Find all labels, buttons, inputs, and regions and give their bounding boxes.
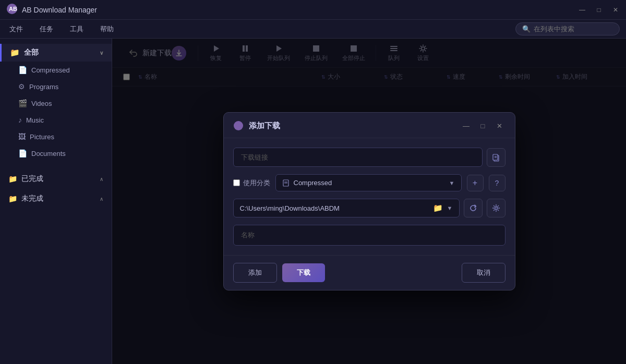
sidebar-item-documents[interactable]: 📄 Documents bbox=[0, 145, 112, 162]
sidebar-item-label-programs: Programs bbox=[29, 83, 58, 91]
dialog-footer: 添加 下载 取消 bbox=[224, 255, 515, 290]
refresh-button[interactable] bbox=[464, 199, 483, 217]
help-button[interactable]: ? bbox=[489, 175, 505, 191]
add-category-button[interactable]: + bbox=[467, 175, 484, 191]
add-button[interactable]: 添加 bbox=[233, 263, 277, 283]
sidebar-all-chevron: ∨ bbox=[100, 50, 103, 56]
search-input[interactable] bbox=[534, 25, 617, 33]
add-download-dialog: 添加下载 — □ ✕ bbox=[223, 112, 515, 290]
url-row bbox=[233, 148, 505, 167]
cancel-button[interactable]: 取消 bbox=[462, 263, 505, 283]
savepath-folder-button[interactable]: 📁 bbox=[433, 203, 443, 213]
dialog-minimize-button[interactable]: — bbox=[461, 120, 472, 131]
use-category-label: 使用分类 bbox=[243, 178, 270, 188]
app-icon: AB bbox=[6, 3, 18, 16]
menu-file[interactable]: 文件 bbox=[6, 22, 26, 36]
minimize-button[interactable]: — bbox=[578, 6, 586, 14]
sidebar-item-videos[interactable]: 🎬 Videos bbox=[0, 95, 112, 112]
close-button[interactable]: ✕ bbox=[611, 6, 620, 14]
sidebar-completed-label: 已完成 bbox=[21, 174, 43, 184]
title-bar: AB AB Download Manager — □ ✕ bbox=[0, 0, 626, 20]
title-bar-left: AB AB Download Manager bbox=[6, 3, 97, 16]
dialog-maximize-button[interactable]: □ bbox=[477, 120, 489, 131]
search-bar[interactable]: 🔍 bbox=[515, 22, 620, 35]
menu-bar: 文件 任务 工具 帮助 🔍 bbox=[0, 20, 626, 39]
url-input[interactable] bbox=[233, 148, 483, 167]
sidebar-item-compressed[interactable]: 📄 Compressed bbox=[0, 62, 112, 78]
completed-folder-icon: 📁 bbox=[8, 175, 17, 183]
refresh-icon bbox=[469, 204, 477, 212]
use-category-input[interactable] bbox=[233, 179, 240, 186]
sidebar-item-music[interactable]: ♪ Music bbox=[0, 112, 112, 128]
programs-icon: ⚙ bbox=[18, 82, 25, 91]
sidebar-all-header[interactable]: 📁 全部 ∨ bbox=[0, 44, 112, 62]
use-category-checkbox[interactable]: 使用分类 bbox=[233, 178, 270, 188]
sidebar-item-label-documents: Documents bbox=[31, 150, 66, 157]
sidebar-incomplete[interactable]: 📁 未完成 ∧ bbox=[0, 190, 112, 208]
filename-input[interactable]: 名称 bbox=[233, 225, 505, 246]
dialog-close-button[interactable]: ✕ bbox=[494, 120, 505, 131]
category-file-icon bbox=[282, 179, 290, 187]
sidebar-item-label-compressed: Compressed bbox=[31, 66, 70, 74]
savepath-settings-button[interactable] bbox=[487, 199, 505, 217]
search-icon: 🔍 bbox=[522, 25, 531, 33]
incomplete-chevron: ∧ bbox=[100, 196, 103, 202]
paste-button[interactable] bbox=[487, 148, 505, 167]
sidebar-item-label-videos: Videos bbox=[31, 100, 52, 107]
category-dropdown-button[interactable]: ▼ bbox=[449, 180, 455, 186]
clipboard-icon bbox=[492, 153, 500, 162]
menu-help[interactable]: 帮助 bbox=[97, 22, 117, 36]
sidebar-all-label: 全部 bbox=[24, 48, 39, 57]
app-title: AB Download Manager bbox=[22, 6, 97, 14]
category-row: 使用分类 Compressed ▼ + ? bbox=[233, 174, 505, 191]
sidebar-completed[interactable]: 📁 已完成 ∧ bbox=[0, 170, 112, 188]
sidebar-item-programs[interactable]: ⚙ Programs bbox=[0, 78, 112, 95]
download-button[interactable]: 下载 bbox=[282, 263, 325, 282]
dialog-app-icon bbox=[233, 120, 244, 131]
completed-chevron: ∧ bbox=[100, 176, 103, 182]
dialog-title: 添加下载 bbox=[249, 121, 455, 131]
incomplete-folder-icon: 📁 bbox=[8, 195, 17, 203]
sidebar: 📁 全部 ∨ 📄 Compressed ⚙ Programs 🎬 Videos … bbox=[0, 39, 112, 364]
dialog-header: 添加下载 — □ ✕ bbox=[224, 113, 515, 138]
savepath-row: C:\Users\ming\Downloads\ABDM 📁 ▼ bbox=[233, 199, 505, 217]
svg-point-20 bbox=[495, 207, 497, 210]
savepath-input[interactable]: C:\Users\ming\Downloads\ABDM 📁 ▼ bbox=[233, 199, 460, 217]
content-area: 新建下载 恢复 暂停 bbox=[112, 39, 626, 364]
compressed-icon: 📄 bbox=[18, 66, 27, 74]
folder-icon: 📁 bbox=[10, 48, 20, 57]
videos-icon: 🎬 bbox=[18, 99, 27, 107]
window-controls: — □ ✕ bbox=[578, 6, 620, 14]
savepath-value: C:\Users\ming\Downloads\ABDM bbox=[240, 204, 429, 212]
sidebar-incomplete-label: 未完成 bbox=[21, 194, 43, 203]
sidebar-item-label-pictures: Pictures bbox=[30, 133, 54, 141]
svg-point-12 bbox=[234, 121, 243, 130]
dialog-body: 使用分类 Compressed ▼ + ? bbox=[224, 138, 515, 255]
svg-text:AB: AB bbox=[9, 6, 17, 12]
category-value: Compressed bbox=[294, 179, 445, 187]
menu-tools[interactable]: 工具 bbox=[67, 22, 87, 36]
menu-tasks[interactable]: 任务 bbox=[37, 22, 56, 36]
sidebar-item-pictures[interactable]: 🖼 Pictures bbox=[0, 128, 112, 145]
documents-icon: 📄 bbox=[18, 149, 27, 157]
savepath-dropdown-button[interactable]: ▼ bbox=[447, 205, 453, 211]
modal-overlay: 添加下载 — □ ✕ bbox=[112, 39, 626, 364]
pictures-icon: 🖼 bbox=[18, 132, 26, 141]
sidebar-item-label-music: Music bbox=[26, 116, 44, 124]
gear-icon bbox=[492, 204, 500, 212]
music-icon: ♪ bbox=[18, 116, 22, 124]
category-select[interactable]: Compressed ▼ bbox=[275, 174, 462, 191]
maximize-button[interactable]: □ bbox=[595, 6, 603, 14]
main-layout: 📁 全部 ∨ 📄 Compressed ⚙ Programs 🎬 Videos … bbox=[0, 39, 626, 364]
